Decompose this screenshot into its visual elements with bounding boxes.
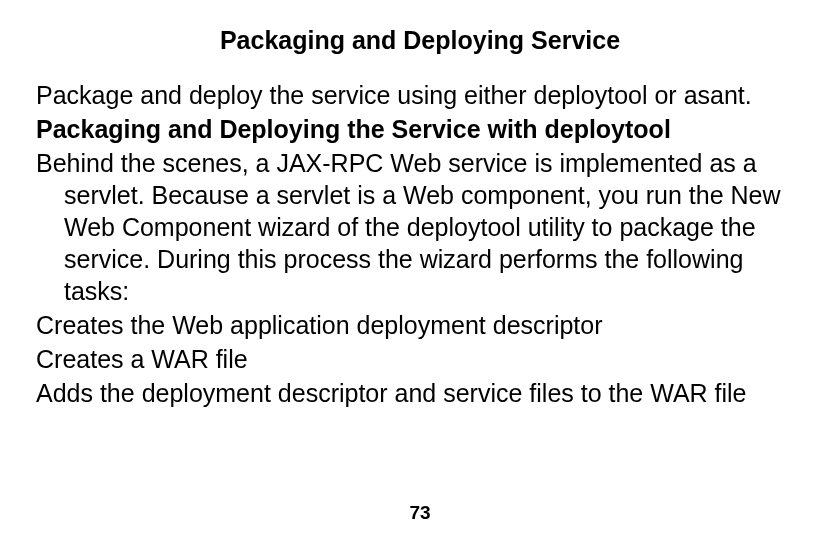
slide: Packaging and Deploying Service Package … [0, 0, 840, 540]
paragraph-description: Behind the scenes, a JAX-RPC Web service… [36, 147, 804, 307]
paragraph-intro: Package and deploy the service using eit… [36, 79, 804, 111]
paragraph-task-1: Creates the Web application deployment d… [36, 309, 804, 341]
slide-title: Packaging and Deploying Service [36, 26, 804, 55]
slide-body: Package and deploy the service using eit… [36, 79, 804, 409]
paragraph-task-2: Creates a WAR file [36, 343, 804, 375]
page-number: 73 [0, 502, 840, 524]
paragraph-subheading: Packaging and Deploying the Service with… [36, 113, 804, 145]
paragraph-task-3: Adds the deployment descriptor and servi… [36, 377, 804, 409]
